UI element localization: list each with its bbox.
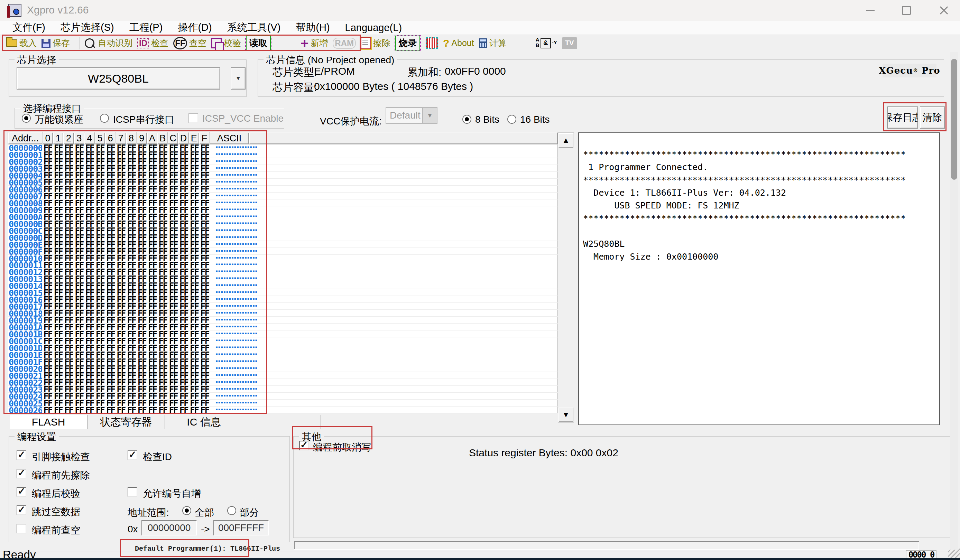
hex-col-header[interactable]: E xyxy=(189,132,199,144)
range-start-field[interactable]: 00000000 xyxy=(141,520,197,536)
hex-byte-cell[interactable]: FF xyxy=(116,405,126,413)
verify-button[interactable]: 校验 xyxy=(211,37,241,49)
menu-item[interactable]: Language(L) xyxy=(338,22,410,34)
menu-item[interactable]: 帮助(H) xyxy=(288,21,337,35)
window-scrollbar[interactable] xyxy=(950,52,958,550)
xgpro-window: Xgpro v12.66 文件(F)芯片选择(S)工程(P)操作(D)系统工具(… xyxy=(0,0,960,560)
hex-byte-cell[interactable]: FF xyxy=(53,405,63,413)
xgecu-pro-logo: XGecu® Pro xyxy=(883,64,936,77)
hex-byte-cell[interactable]: FF xyxy=(200,405,210,413)
check-id-checkbox[interactable] xyxy=(128,450,137,460)
setting-checkbox[interactable] xyxy=(17,506,26,515)
hex-col-header[interactable]: 2 xyxy=(63,132,74,144)
chip-dropdown-button[interactable]: ▼ xyxy=(231,67,246,89)
save-log-button[interactable]: 保存日志 xyxy=(887,107,918,129)
socket-radio[interactable] xyxy=(22,114,31,123)
menu-item[interactable]: 工程(P) xyxy=(122,21,171,35)
hex-ascii-header[interactable]: ASCII xyxy=(210,132,249,144)
hex-byte-cell[interactable]: FF xyxy=(189,405,200,413)
hex-byte-cell[interactable]: FF xyxy=(106,405,116,413)
bits8-radio[interactable] xyxy=(462,115,471,124)
hex-byte-cell[interactable]: FF xyxy=(64,405,74,413)
hex-col-header[interactable]: 5 xyxy=(95,132,105,144)
chip-pins-button[interactable] xyxy=(426,37,438,49)
hex-col-header[interactable]: 6 xyxy=(105,132,115,144)
hex-byte-cell[interactable]: FF xyxy=(158,405,168,413)
menu-item[interactable]: 文件(F) xyxy=(5,21,53,35)
maximize-button[interactable] xyxy=(893,0,920,21)
tab-FLASH[interactable]: FLASH xyxy=(10,415,88,429)
close-button[interactable] xyxy=(930,0,957,21)
chip-name-button[interactable]: W25Q80BL xyxy=(17,67,220,89)
hex-row-bytes: FFFFFFFFFFFFFFFFFFFFFFFFFFFFFFFF xyxy=(43,405,210,413)
burn-button[interactable]: 烧录 xyxy=(395,36,420,51)
clear-log-button[interactable]: 清除 xyxy=(920,107,945,129)
window-scrollbar-thumb[interactable] xyxy=(951,59,957,180)
hex-byte-cell[interactable]: FF xyxy=(126,405,137,413)
hex-col-header[interactable]: 4 xyxy=(84,132,95,144)
icsp-vcc-checkbox[interactable] xyxy=(189,113,198,123)
setting-checkbox[interactable] xyxy=(17,450,26,460)
about-button[interactable]: ?About xyxy=(443,37,474,49)
hex-byte-cell[interactable]: FF xyxy=(137,405,147,413)
auto-detect-button[interactable]: 自动识别 xyxy=(85,37,133,49)
log-line: 1 Programmer Connected. xyxy=(583,161,935,174)
setting-checkbox[interactable] xyxy=(17,487,26,497)
scroll-down-button[interactable]: ▼ xyxy=(558,408,573,422)
hex-row[interactable]: 00000260FFFFFFFFFFFFFFFFFFFFFFFFFFFFFFFF… xyxy=(8,407,558,413)
range-part-radio[interactable] xyxy=(227,506,236,515)
auto-serial-checkbox[interactable] xyxy=(128,487,137,497)
log-panel[interactable]: ****************************************… xyxy=(578,132,940,425)
logic-tool-button[interactable]: AB&-Y xyxy=(536,37,557,49)
setting-checkbox[interactable] xyxy=(17,469,26,479)
range-all-radio[interactable] xyxy=(182,506,191,515)
hex-byte-cell[interactable]: FF xyxy=(43,405,53,413)
hex-col-header[interactable]: F xyxy=(199,132,210,144)
hex-col-header[interactable]: 0 xyxy=(43,132,53,144)
hex-byte-cell[interactable]: FF xyxy=(178,405,189,413)
add-project-button[interactable]: +新增 xyxy=(301,37,328,49)
hex-col-header[interactable]: B xyxy=(157,132,168,144)
cancel-write-protect-checkbox[interactable] xyxy=(299,441,309,450)
hex-byte-cell[interactable]: FF xyxy=(84,405,95,413)
load-button[interactable]: 载入 xyxy=(6,37,37,49)
hex-byte-cell[interactable]: FF xyxy=(147,405,158,413)
menu-item[interactable]: 操作(D) xyxy=(170,21,219,35)
tab-IC 信息[interactable]: IC 信息 xyxy=(165,415,243,429)
hex-byte-cell[interactable]: FF xyxy=(168,405,178,413)
setting-checkbox[interactable] xyxy=(17,524,26,533)
menu-item[interactable]: 芯片选择(S) xyxy=(53,21,122,35)
hex-scrollbar[interactable]: ▲ ▼ xyxy=(558,132,574,423)
ram-button[interactable]: RAM xyxy=(333,38,356,49)
hex-col-header[interactable]: 9 xyxy=(137,132,147,144)
erase-button[interactable]: 擦除 xyxy=(361,37,390,49)
read-button[interactable]: 读取 xyxy=(246,36,271,51)
setting-row: 引脚接触检查 xyxy=(17,450,120,461)
icsp-radio[interactable] xyxy=(100,114,109,123)
minimize-button[interactable] xyxy=(857,0,884,21)
tab-empty[interactable] xyxy=(243,415,321,429)
addr-range-label: 地址范围: xyxy=(128,506,169,519)
blank-check-button[interactable]: FF查空 xyxy=(173,37,206,49)
hex-byte-cell[interactable]: FF xyxy=(95,405,105,413)
menu-item[interactable]: 系统工具(V) xyxy=(219,21,288,35)
hex-col-header[interactable]: 1 xyxy=(53,132,63,144)
tab-状态寄存器[interactable]: 状态寄存器 xyxy=(88,415,165,429)
hex-col-header[interactable]: A xyxy=(147,132,157,144)
hex-addr-header[interactable]: Addr... xyxy=(8,132,43,144)
hex-col-header[interactable]: 7 xyxy=(115,132,126,144)
range-end-field[interactable]: 000FFFFF xyxy=(213,520,269,536)
hex-col-header[interactable]: 3 xyxy=(74,132,84,144)
hex-col-header[interactable]: 8 xyxy=(126,132,137,144)
scroll-up-button[interactable]: ▲ xyxy=(558,133,573,148)
calc-button[interactable]: 计算 xyxy=(479,37,507,49)
bits16-radio[interactable] xyxy=(507,115,516,124)
hex-col-header[interactable]: D xyxy=(178,132,189,144)
vcc-current-select[interactable]: Default ▼ xyxy=(386,107,437,124)
save-button[interactable]: 保存 xyxy=(42,37,70,49)
hex-byte-cell[interactable]: FF xyxy=(74,405,84,413)
check-id-button[interactable]: ID检查 xyxy=(137,37,168,49)
tv-tool-button[interactable]: TV xyxy=(562,37,577,49)
hex-col-header[interactable]: C xyxy=(168,132,178,144)
hex-rows[interactable]: 00000000FFFFFFFFFFFFFFFFFFFFFFFFFFFFFFFF… xyxy=(8,144,558,413)
